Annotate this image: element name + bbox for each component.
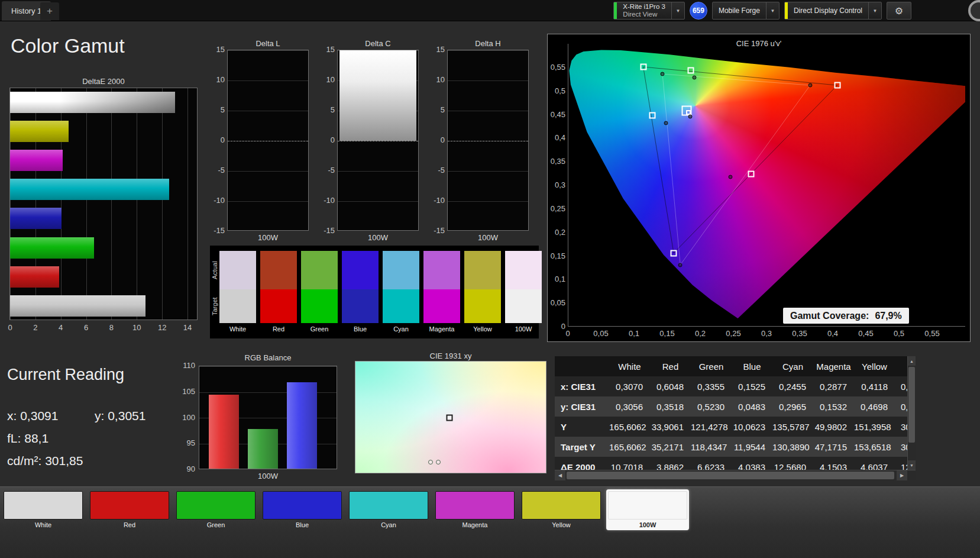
current-reading-cdm2: cd/m²: 301,85: [7, 454, 83, 468]
swatch-label: Red: [260, 325, 297, 333]
cie1976-ytick: 0,3: [555, 180, 565, 189]
delta-c-title: Delta C: [337, 39, 419, 48]
rgb-ytick: 110: [183, 361, 195, 370]
patch-button-white[interactable]: White: [2, 489, 85, 530]
vertical-scroll-thumb[interactable]: [908, 367, 915, 443]
swatch-actual: [383, 251, 419, 289]
swatch-actual: [219, 251, 256, 289]
swatch-actual: [301, 251, 338, 289]
fl-value: 88,1: [24, 431, 48, 445]
table-header-cell: Red: [650, 362, 691, 372]
cie1976-yticks: 0,550,50,450,40,350,30,250,20,150,10,050: [549, 44, 565, 327]
patch-label: 100W: [608, 521, 687, 528]
table-row-label: Target Y: [555, 442, 609, 452]
meter-device-line2: Direct View: [623, 11, 665, 18]
cdm2-value: 301,85: [45, 454, 83, 467]
deltae-bar-green: [10, 237, 94, 259]
patch-button-magenta[interactable]: Magenta: [434, 489, 516, 530]
rgb-bar-blue: [287, 382, 317, 469]
swatch-label: Cyan: [383, 325, 419, 333]
current-reading-title: Current Reading: [7, 366, 124, 384]
reading-count-badge[interactable]: 659: [690, 2, 707, 20]
delta-c-ytick: -15: [324, 226, 335, 235]
swatch-column-yellow: Yellow: [464, 251, 501, 333]
patch-button-green[interactable]: Green: [174, 489, 257, 530]
cie1976-xtick: 0,35: [792, 329, 807, 338]
swatch-column-magenta: Magenta: [423, 251, 460, 333]
table-row-label: y: CIE31: [555, 402, 609, 412]
delta-l-xlabel: 100W: [227, 233, 309, 242]
gamut-coverage-value: 67,9%: [875, 311, 901, 321]
table-cell: 121,4278: [691, 422, 732, 432]
deltae-xticks: 02468101214: [10, 323, 198, 333]
scroll-right-button[interactable]: ▶: [897, 470, 907, 480]
deltae-bar-blue: [10, 208, 62, 229]
scroll-down-button[interactable]: ▼: [908, 460, 916, 470]
display-control-dropdown[interactable]: Direct Display Control ▼: [784, 2, 882, 20]
table-vertical-scrollbar[interactable]: ▲ ▼: [907, 356, 916, 470]
rgb-balance-title: RGB Balance: [199, 353, 337, 362]
cie1976-measured-dot: [678, 263, 683, 267]
table-cell: 165,6062: [609, 422, 650, 432]
patch-button-red[interactable]: Red: [88, 489, 171, 530]
current-reading-y: y: 0,3051: [95, 409, 145, 423]
swatch-label: Blue: [342, 325, 379, 333]
scroll-up-button[interactable]: ▲: [908, 356, 916, 366]
table-cell: 0,0483: [732, 402, 772, 412]
table-cell: 10,0623: [732, 422, 772, 432]
zero-line: [228, 141, 308, 141]
cie1976-target-square: [834, 82, 840, 89]
deltae-xtick: 4: [59, 323, 63, 332]
deltae-xtick: 14: [183, 323, 192, 332]
table-cell: 0,3518: [650, 402, 691, 412]
patch-button-100w[interactable]: 100W: [606, 489, 689, 530]
swatch-target: [383, 289, 419, 323]
table-header-cell: Yellow: [854, 362, 895, 372]
patch-swatch: [608, 491, 687, 520]
swatch-actual: [342, 251, 379, 289]
cie1976-ytick: 0,55: [551, 63, 565, 72]
patch-button-cyan[interactable]: Cyan: [347, 489, 430, 530]
rgb-ytick: 100: [182, 413, 195, 422]
cie1976-measured-dot: [688, 114, 693, 118]
table-cell: 0,3056: [609, 402, 650, 412]
cie1931-plot: [355, 361, 546, 473]
table-row: Y165,606233,9061121,427810,0623135,57874…: [555, 417, 916, 437]
table-cell: 0,1532: [813, 402, 854, 412]
delta-l-ytick: 0: [221, 136, 225, 144]
cie1976-measured-dot: [729, 175, 733, 179]
cie1976-xtick: 0,1: [629, 329, 639, 338]
table-horizontal-scrollbar[interactable]: ◀ ▶: [555, 470, 916, 480]
cie1976-xtick: 0,3: [761, 329, 772, 338]
rgb-ytick: 90: [187, 465, 195, 473]
bottom-bar: WhiteRedGreenBlueCyanMagentaYellow100W ▲…: [0, 486, 980, 558]
delta-l-yticks: 151050-5-10-15: [208, 50, 225, 231]
meter-device-line1: X-Rite i1Pro 3: [623, 3, 665, 11]
table-cell: 130,3890: [772, 442, 813, 452]
delta-h-ytick: 0: [441, 136, 445, 144]
swatch-column-100w: 100W: [505, 251, 542, 333]
edge-circle-button[interactable]: [968, 0, 980, 21]
table-cell: 118,4347: [691, 442, 732, 452]
swatch-target: [219, 289, 256, 323]
scroll-left-button[interactable]: ◀: [555, 470, 565, 480]
table-row-label: Y: [555, 422, 609, 432]
cie1976-measured-dot: [661, 72, 665, 76]
rgb-ytick: 105: [182, 387, 195, 396]
deltae-bar-yellow: [10, 121, 69, 142]
horizontal-scroll-thumb[interactable]: [567, 472, 894, 479]
deltae-xtick: 10: [132, 323, 141, 332]
meter-device-dropdown[interactable]: X-Rite i1Pro 3 Direct View ▼: [613, 2, 685, 20]
add-tab-button[interactable]: +: [40, 2, 59, 20]
patch-button-blue[interactable]: Blue: [261, 489, 344, 530]
patch-swatch: [263, 491, 342, 520]
settings-button[interactable]: ⚙: [887, 2, 911, 20]
source-device-dropdown[interactable]: Mobile Forge ▼: [712, 2, 780, 20]
rgb-plot: [199, 366, 337, 469]
target-triangle: [643, 67, 837, 253]
patch-button-yellow[interactable]: Yellow: [520, 489, 603, 530]
measured-triangle: [662, 74, 810, 265]
y-label: y:: [95, 409, 104, 422]
table-cell: 47,1715: [813, 442, 854, 452]
topbar-controls: X-Rite i1Pro 3 Direct View ▼ 659 Mobile …: [613, 0, 980, 21]
